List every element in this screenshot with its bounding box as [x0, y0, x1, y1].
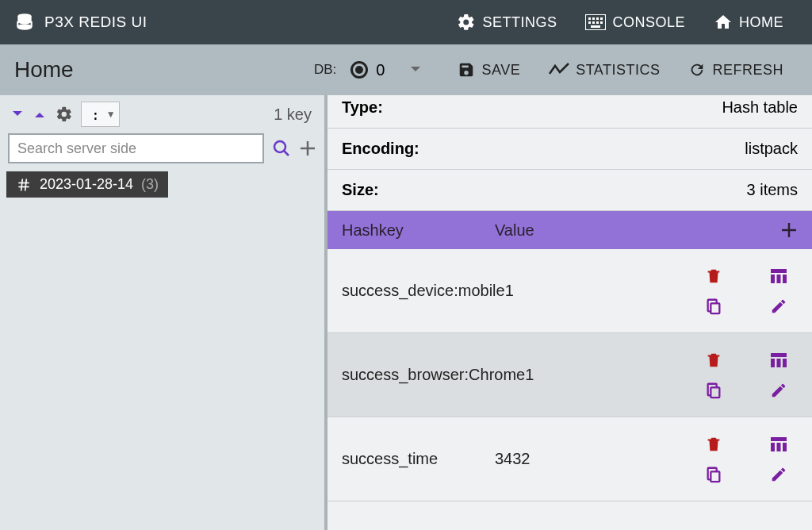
home-icon — [714, 13, 733, 32]
search-row — [0, 133, 324, 171]
svg-rect-24 — [771, 275, 775, 283]
copy-icon[interactable] — [705, 465, 722, 484]
svg-rect-27 — [710, 303, 719, 313]
svg-point-13 — [274, 141, 285, 152]
columns-icon[interactable] — [769, 267, 788, 285]
copy-icon[interactable] — [705, 381, 722, 400]
edit-icon[interactable] — [770, 298, 787, 315]
svg-rect-25 — [777, 275, 781, 283]
home-label: HOME — [739, 14, 783, 31]
statistics-button[interactable]: STATISTICS — [534, 62, 674, 79]
table-header: Hashkey Value — [327, 211, 812, 249]
col-value: Value — [495, 221, 780, 240]
cell-hashkey: success_browser:Chrome1 — [342, 366, 495, 384]
svg-rect-30 — [777, 359, 781, 367]
svg-rect-37 — [710, 471, 719, 482]
statistics-label: STATISTICS — [576, 62, 660, 79]
brand: P3X REDIS UI — [14, 12, 147, 33]
svg-rect-31 — [783, 359, 787, 367]
brand-text: P3X REDIS UI — [44, 13, 147, 31]
col-hashkey: Hashkey — [342, 221, 495, 240]
svg-line-19 — [21, 179, 23, 190]
keyboard-icon — [585, 14, 606, 30]
page-title: Home — [14, 57, 74, 83]
cell-value: 3432 — [495, 450, 695, 468]
separator-select[interactable]: : ▼ — [81, 102, 120, 127]
table-row: success_device:mobile1 — [327, 249, 812, 333]
row-actions — [695, 351, 798, 400]
db-selector[interactable]: 0 — [350, 61, 421, 79]
svg-rect-35 — [777, 443, 781, 451]
collapse-all-icon[interactable] — [30, 108, 49, 121]
info-type: Type: Hash table — [327, 95, 812, 129]
settings-label: SETTINGS — [482, 14, 557, 31]
info-encoding-value: listpack — [745, 140, 798, 158]
hash-icon — [16, 177, 32, 193]
statistics-icon — [549, 63, 569, 77]
settings-button[interactable]: SETTINGS — [442, 0, 571, 44]
cell-hashkey: success_time — [342, 450, 495, 468]
content: Type: Hash table Encoding: listpack Size… — [327, 95, 812, 530]
save-button[interactable]: SAVE — [443, 61, 534, 79]
db-value: 0 — [376, 61, 385, 79]
search-icon[interactable] — [272, 139, 291, 158]
db-label: DB: — [314, 62, 336, 78]
delete-icon[interactable] — [705, 435, 722, 454]
svg-rect-26 — [783, 275, 787, 283]
info-encoding: Encoding: listpack — [327, 129, 812, 170]
svg-rect-36 — [783, 443, 787, 451]
separator-value: : — [85, 106, 106, 123]
main: : ▼ 1 key 2023-01-28-14 (3) — [0, 95, 812, 530]
database-icon — [14, 12, 35, 33]
sidebar-settings-icon[interactable] — [56, 106, 73, 123]
info-type-label: Type: — [342, 98, 383, 117]
expand-all-icon[interactable] — [8, 108, 27, 121]
save-label: SAVE — [481, 62, 520, 79]
columns-icon[interactable] — [769, 436, 788, 453]
copy-icon[interactable] — [705, 297, 722, 316]
delete-icon[interactable] — [705, 351, 722, 370]
cell-hashkey: success_device:mobile1 — [342, 282, 495, 300]
delete-icon[interactable] — [705, 267, 722, 286]
info-encoding-label: Encoding: — [342, 140, 419, 158]
svg-point-1 — [17, 24, 31, 29]
svg-line-20 — [25, 179, 27, 190]
svg-rect-4 — [588, 17, 591, 20]
sidebar-toolbar: : ▼ 1 key — [0, 95, 324, 133]
tree-item-key: 2023-01-28-14 — [40, 176, 133, 193]
svg-rect-7 — [600, 17, 603, 20]
table-row: success_browser:Chrome1 — [327, 333, 812, 417]
info-size-label: Size: — [342, 181, 379, 199]
console-label: CONSOLE — [612, 14, 685, 31]
save-icon — [458, 61, 475, 79]
toolbar: Home DB: 0 SAVE STATISTICS REFRESH — [0, 44, 812, 95]
svg-rect-5 — [592, 17, 595, 20]
row-actions — [695, 267, 798, 316]
info-size: Size: 3 items — [327, 170, 812, 211]
svg-rect-33 — [771, 437, 787, 441]
console-button[interactable]: CONSOLE — [571, 0, 699, 44]
edit-icon[interactable] — [770, 466, 787, 483]
svg-line-14 — [284, 151, 289, 156]
home-button[interactable]: HOME — [699, 0, 798, 44]
edit-icon[interactable] — [770, 382, 787, 399]
app-header: P3X REDIS UI SETTINGS CONSOLE HOME — [0, 0, 812, 44]
refresh-label: REFRESH — [712, 62, 783, 79]
add-key-icon[interactable] — [299, 140, 316, 157]
row-actions — [695, 435, 798, 484]
svg-rect-8 — [588, 21, 591, 24]
search-input[interactable] — [8, 133, 264, 163]
tree-item[interactable]: 2023-01-28-14 (3) — [6, 171, 168, 198]
svg-rect-6 — [596, 17, 599, 20]
svg-rect-11 — [600, 21, 603, 24]
svg-rect-29 — [771, 359, 775, 367]
refresh-button[interactable]: REFRESH — [674, 61, 798, 79]
columns-icon[interactable] — [769, 351, 788, 369]
sidebar: : ▼ 1 key 2023-01-28-14 (3) — [0, 95, 327, 530]
svg-rect-9 — [592, 21, 595, 24]
svg-rect-10 — [596, 21, 599, 24]
add-row-icon[interactable] — [780, 221, 798, 239]
tree-item-count: (3) — [141, 176, 159, 193]
radio-icon — [350, 61, 368, 79]
gear-icon — [457, 13, 476, 32]
